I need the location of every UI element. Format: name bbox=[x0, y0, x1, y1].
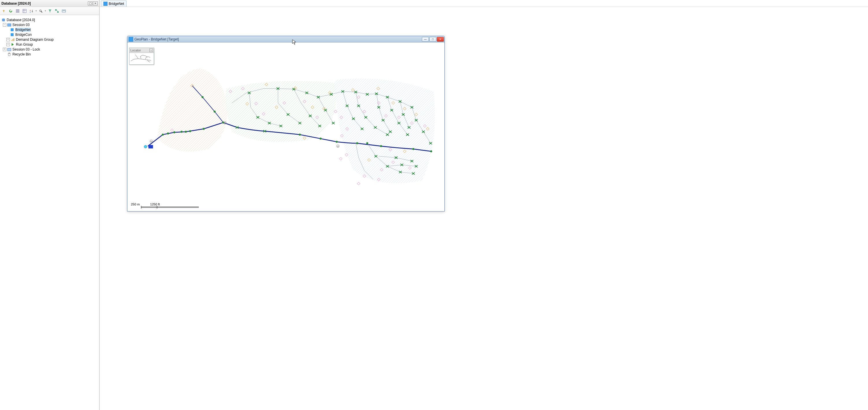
recycle-bin-icon bbox=[7, 52, 11, 57]
svg-rect-23 bbox=[7, 48, 11, 51]
session-lock-label[interactable]: Session 03 - Lock bbox=[12, 48, 40, 52]
up-icon[interactable] bbox=[1, 8, 7, 14]
svg-rect-3 bbox=[23, 9, 26, 13]
svg-rect-0 bbox=[16, 9, 19, 10]
svg-rect-17 bbox=[11, 28, 13, 31]
database-icon bbox=[1, 18, 6, 22]
geoplan-window: GeoPlan - BridgeNet [Target] — □ ✕ bbox=[127, 36, 445, 212]
svg-rect-20 bbox=[12, 39, 13, 41]
recycle-bin-label[interactable]: Recycle Bin bbox=[12, 52, 31, 56]
find-icon[interactable] bbox=[38, 8, 43, 14]
svg-text:M: M bbox=[151, 140, 152, 143]
network-icon bbox=[129, 37, 133, 42]
expander-icon[interactable]: + bbox=[6, 38, 10, 41]
tree-item-bridgecon[interactable]: BridgeCon bbox=[15, 33, 32, 37]
geoplan-canvas[interactable]: M M M Locator ▪ bbox=[128, 42, 444, 211]
geoplan-title: GeoPlan - BridgeNet [Target] bbox=[134, 37, 421, 41]
svg-rect-2 bbox=[16, 12, 19, 12]
folder-icon bbox=[7, 47, 11, 52]
layout-icon[interactable] bbox=[54, 8, 60, 14]
svg-rect-24 bbox=[9, 53, 10, 54]
svg-text:M: M bbox=[224, 122, 226, 124]
svg-rect-21 bbox=[13, 38, 14, 41]
locator-title: Locator ▪ bbox=[129, 48, 154, 53]
tab-bridgenet[interactable]: BridgeNet bbox=[101, 1, 127, 7]
workspace: BridgeNet GeoPlan - BridgeNet [Target] —… bbox=[100, 0, 868, 410]
panel-toolbar: AZ ▾ ▾ bbox=[0, 7, 99, 15]
run-icon bbox=[10, 42, 15, 47]
tab-label: BridgeNet bbox=[108, 2, 124, 6]
svg-rect-40 bbox=[149, 145, 153, 149]
tree-item-bridgenet[interactable]: BridgeNet bbox=[15, 28, 31, 32]
minimize-button[interactable]: — bbox=[422, 37, 429, 42]
tree-item-demand[interactable]: Demand Diagram Group bbox=[16, 37, 54, 42]
database-tree[interactable]: Database [2024.0] − Session 03 BridgeNet… bbox=[0, 15, 99, 410]
open-icon[interactable] bbox=[61, 8, 67, 14]
svg-rect-19 bbox=[11, 40, 12, 41]
network-icon bbox=[103, 2, 107, 6]
expander-icon[interactable]: + bbox=[6, 43, 10, 46]
maximize-button[interactable]: □ bbox=[429, 37, 436, 42]
map-view[interactable]: M M M bbox=[128, 42, 444, 211]
close-icon[interactable]: ✕ bbox=[93, 1, 98, 5]
sort-az-icon[interactable]: AZ bbox=[29, 8, 34, 14]
scale-bar: 250 m 1250 ft bbox=[130, 202, 161, 208]
svg-marker-22 bbox=[11, 43, 14, 46]
svg-line-9 bbox=[41, 11, 42, 12]
tree-item-rungroup[interactable]: Run Group bbox=[16, 42, 33, 46]
svg-rect-10 bbox=[55, 9, 57, 11]
tree-root-label[interactable]: Database [2024.0] bbox=[7, 18, 35, 22]
chart-icon bbox=[10, 37, 15, 42]
pin-icon[interactable]: ▢ bbox=[88, 1, 92, 5]
svg-rect-18 bbox=[11, 33, 13, 36]
svg-rect-1 bbox=[16, 11, 19, 11]
network-icon bbox=[10, 27, 14, 32]
filter-icon[interactable] bbox=[47, 8, 53, 14]
expander-icon[interactable]: − bbox=[3, 23, 6, 27]
panel-title: Database [2024.0] bbox=[1, 1, 87, 5]
locator-panel[interactable]: Locator ▪ bbox=[129, 48, 154, 65]
svg-text:Z: Z bbox=[30, 11, 31, 13]
geoplan-titlebar[interactable]: GeoPlan - BridgeNet [Target] — □ ✕ bbox=[127, 36, 444, 42]
locator-thumbnail[interactable] bbox=[129, 53, 154, 64]
grid-icon[interactable] bbox=[15, 8, 21, 14]
svg-text:M: M bbox=[337, 145, 339, 147]
svg-rect-13 bbox=[62, 10, 66, 12]
database-panel: Database [2024.0] ▢ ✕ AZ ▾ ▾ Database [2… bbox=[0, 0, 100, 410]
table-icon[interactable] bbox=[22, 8, 27, 14]
svg-point-41 bbox=[144, 145, 147, 148]
expander-icon[interactable]: + bbox=[3, 48, 6, 51]
locator-pin-icon[interactable]: ▪ bbox=[149, 49, 153, 52]
folder-icon bbox=[7, 23, 11, 27]
close-button[interactable]: ✕ bbox=[437, 37, 444, 42]
svg-rect-16 bbox=[7, 24, 11, 26]
network-icon bbox=[10, 32, 14, 37]
panel-header: Database [2024.0] ▢ ✕ bbox=[0, 0, 99, 7]
refresh-icon[interactable] bbox=[8, 8, 13, 14]
session-label[interactable]: Session 03 bbox=[12, 23, 29, 27]
svg-rect-14 bbox=[63, 10, 65, 11]
